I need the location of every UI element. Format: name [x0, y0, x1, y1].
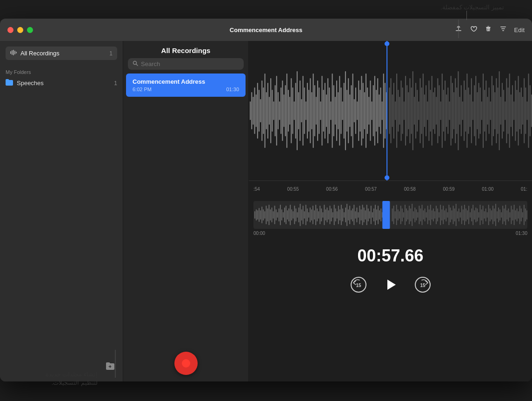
svg-rect-379 [499, 209, 500, 221]
svg-rect-200 [525, 87, 526, 134]
svg-rect-87 [358, 80, 359, 141]
overview-section: 00:00 01:30 [249, 197, 532, 240]
svg-rect-162 [470, 94, 471, 127]
svg-rect-130 [423, 74, 424, 148]
svg-rect-91 [364, 92, 365, 129]
svg-rect-38 [286, 74, 287, 148]
favorite-icon[interactable] [470, 25, 477, 34]
timeline-ruler: :54 00:55 00:56 00:57 00:58 00:59 01:00 … [249, 180, 532, 197]
svg-rect-58 [316, 97, 317, 125]
recordings-panel: All Recordings Commencement Address 6:02… [123, 41, 249, 381]
svg-point-11 [133, 61, 137, 65]
new-folder-button[interactable] [103, 360, 117, 376]
svg-rect-279 [355, 211, 356, 219]
svg-rect-286 [365, 210, 366, 220]
svg-rect-2 [501, 28, 505, 29]
svg-rect-364 [478, 212, 479, 218]
filter-icon[interactable] [499, 25, 507, 34]
svg-rect-288 [368, 208, 369, 221]
svg-rect-320 [416, 209, 417, 221]
main-waveform[interactable] [249, 41, 532, 180]
delete-icon[interactable] [485, 25, 492, 34]
svg-rect-175 [489, 87, 490, 134]
svg-rect-199 [524, 78, 525, 143]
svg-rect-259 [326, 207, 327, 222]
svg-rect-15 [253, 97, 253, 125]
svg-rect-37 [285, 85, 286, 136]
svg-rect-283 [361, 209, 362, 221]
svg-rect-389 [514, 205, 515, 225]
svg-rect-315 [409, 206, 410, 224]
search-bar[interactable] [128, 58, 244, 70]
svg-rect-151 [453, 92, 454, 129]
svg-rect-152 [455, 78, 456, 143]
svg-rect-124 [414, 97, 415, 125]
time-label-5: 00:59 [443, 187, 455, 192]
svg-rect-39 [288, 90, 289, 132]
svg-rect-363 [477, 208, 478, 221]
svg-rect-86 [357, 101, 358, 120]
svg-rect-318 [413, 211, 414, 219]
svg-rect-94 [368, 97, 369, 125]
close-button[interactable] [7, 27, 13, 33]
speeches-folder-item[interactable]: Speeches 1 [0, 77, 123, 89]
svg-rect-146 [446, 94, 447, 127]
svg-rect-287 [366, 205, 367, 225]
svg-rect-179 [494, 92, 495, 129]
maximize-button[interactable] [27, 27, 33, 33]
svg-rect-76 [342, 101, 343, 120]
svg-rect-330 [430, 205, 431, 225]
svg-rect-377 [497, 211, 498, 219]
edit-button[interactable]: Edit [514, 27, 525, 33]
svg-rect-211 [259, 208, 259, 222]
minimize-button[interactable] [17, 27, 23, 33]
svg-rect-246 [308, 212, 309, 218]
svg-rect-352 [461, 206, 462, 224]
svg-rect-184 [502, 83, 503, 139]
svg-rect-329 [429, 209, 430, 221]
svg-rect-275 [349, 206, 350, 224]
svg-rect-359 [471, 208, 472, 221]
overview-waveform-svg [253, 201, 527, 229]
svg-marker-401 [387, 280, 396, 290]
svg-rect-21 [261, 80, 262, 141]
svg-rect-385 [508, 208, 509, 221]
play-button[interactable] [381, 275, 400, 294]
svg-rect-397 [525, 208, 526, 221]
svg-rect-263 [332, 212, 333, 218]
share-icon[interactable] [455, 25, 462, 34]
svg-rect-169 [480, 87, 481, 134]
main-content: All Recordings 1 My Folders Speeches 1 [0, 41, 532, 381]
skip-back-button[interactable]: 15 [350, 276, 367, 293]
svg-rect-93 [367, 87, 368, 134]
record-button[interactable] [174, 352, 198, 375]
overview-waveform[interactable] [253, 201, 527, 229]
svg-rect-53 [308, 90, 309, 132]
svg-rect-64 [325, 83, 326, 139]
svg-rect-6 [13, 50, 14, 55]
svg-rect-322 [419, 206, 419, 224]
svg-rect-353 [463, 209, 464, 221]
svg-rect-83 [352, 74, 353, 148]
svg-rect-323 [420, 208, 421, 221]
svg-rect-163 [471, 78, 472, 143]
recording-meta: 6:02 PM 01:30 [133, 87, 239, 92]
svg-rect-61 [320, 101, 321, 120]
svg-rect-62 [321, 76, 322, 146]
svg-rect-264 [334, 205, 335, 225]
svg-rect-88 [359, 90, 360, 132]
svg-rect-90 [363, 83, 364, 139]
svg-rect-104 [383, 74, 384, 148]
skip-forward-button[interactable]: 15 [414, 276, 431, 293]
svg-rect-281 [358, 212, 359, 218]
svg-rect-182 [499, 71, 500, 150]
svg-rect-235 [293, 211, 293, 219]
all-recordings-item[interactable]: All Recordings 1 [6, 47, 117, 60]
svg-rect-356 [467, 210, 468, 220]
svg-rect-120 [408, 92, 409, 129]
search-input[interactable] [141, 60, 239, 67]
svg-rect-311 [403, 212, 404, 218]
svg-rect-253 [318, 211, 319, 219]
traffic-lights [7, 27, 33, 33]
recording-item[interactable]: Commencement Address 6:02 PM 01:30 [126, 74, 246, 97]
